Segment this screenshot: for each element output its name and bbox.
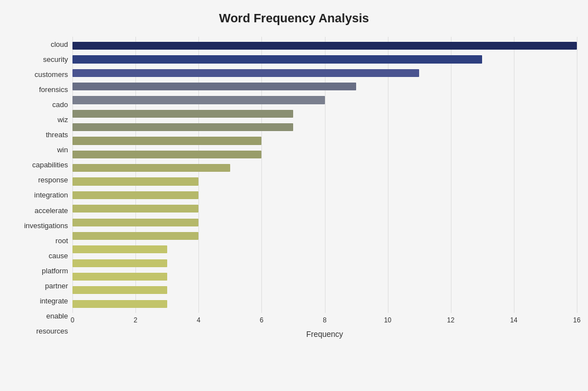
y-label-threats: threats bbox=[11, 127, 68, 142]
y-label-investigations: investigations bbox=[11, 218, 68, 233]
y-label-security: security bbox=[11, 52, 68, 67]
y-label-partner: partner bbox=[11, 278, 68, 293]
y-label-cloud: cloud bbox=[11, 37, 68, 52]
bar-row bbox=[72, 283, 577, 297]
y-label-cause: cause bbox=[11, 248, 68, 263]
bar-row bbox=[72, 189, 577, 202]
x-tick-8: 8 bbox=[323, 316, 327, 324]
bar-row bbox=[72, 243, 577, 256]
x-tick-14: 14 bbox=[510, 316, 517, 324]
y-label-resources: resources bbox=[11, 324, 68, 339]
bar-customers bbox=[72, 69, 419, 77]
x-tick-2: 2 bbox=[134, 316, 138, 324]
y-label-integration: integration bbox=[11, 187, 68, 202]
y-label-accelerate: accelerate bbox=[11, 203, 68, 218]
y-label-response: response bbox=[11, 172, 68, 187]
bar-capabilities bbox=[72, 151, 261, 158]
x-axis-title: Frequency bbox=[72, 330, 577, 339]
y-label-capabilities: capabilities bbox=[11, 157, 68, 172]
bar-root bbox=[72, 219, 198, 226]
y-axis: cloudsecuritycustomersforensicscadowizth… bbox=[11, 37, 72, 339]
bar-row bbox=[72, 107, 577, 120]
bar-partner bbox=[72, 259, 167, 267]
y-label-customers: customers bbox=[11, 67, 68, 82]
bar-row bbox=[72, 202, 577, 215]
y-label-platform: platform bbox=[11, 263, 68, 278]
chart-container: Word Frequency Analysis cloudsecuritycus… bbox=[0, 0, 588, 391]
y-label-cado: cado bbox=[11, 97, 68, 112]
y-label-wiz: wiz bbox=[11, 112, 68, 127]
chart-title: Word Frequency Analysis bbox=[11, 11, 577, 26]
bar-row bbox=[72, 175, 577, 188]
bar-security bbox=[72, 55, 482, 63]
bar-row bbox=[72, 66, 577, 80]
y-label-root: root bbox=[11, 233, 68, 248]
bar-row bbox=[72, 148, 577, 161]
bar-row bbox=[72, 270, 577, 283]
grid-and-bars bbox=[72, 37, 577, 313]
x-tick-0: 0 bbox=[71, 316, 75, 324]
bars-and-grid: 0246810121416 Frequency bbox=[72, 37, 577, 339]
bar-platform bbox=[72, 245, 167, 253]
x-tick-4: 4 bbox=[197, 316, 201, 324]
y-label-integrate: integrate bbox=[11, 293, 68, 308]
bar-resources bbox=[72, 300, 167, 308]
bar-row bbox=[72, 93, 577, 107]
x-tick-10: 10 bbox=[384, 316, 391, 324]
bar-row bbox=[72, 134, 577, 147]
x-axis: 0246810121416 bbox=[72, 316, 577, 327]
y-label-enable: enable bbox=[11, 308, 68, 324]
bar-win bbox=[72, 137, 261, 144]
grid-line bbox=[577, 37, 577, 313]
bar-row bbox=[72, 297, 577, 311]
chart-area: cloudsecuritycustomersforensicscadowizth… bbox=[11, 37, 577, 339]
bar-integrate bbox=[72, 273, 167, 281]
bar-accelerate bbox=[72, 191, 198, 199]
bar-investigations bbox=[72, 205, 198, 213]
bar-row bbox=[72, 52, 577, 66]
y-label-win: win bbox=[11, 142, 68, 157]
bar-cloud bbox=[72, 42, 577, 50]
bar-enable bbox=[72, 286, 167, 294]
bar-forensics bbox=[72, 83, 356, 90]
bar-row bbox=[72, 215, 577, 229]
x-tick-16: 16 bbox=[573, 316, 580, 324]
bar-row bbox=[72, 80, 577, 93]
bar-row bbox=[72, 39, 577, 52]
bar-row bbox=[72, 161, 577, 175]
bar-integration bbox=[72, 177, 198, 185]
bar-row bbox=[72, 120, 577, 134]
bars-wrapper bbox=[72, 37, 577, 313]
bar-wiz bbox=[72, 110, 293, 118]
y-label-forensics: forensics bbox=[11, 82, 68, 97]
bar-response bbox=[72, 164, 230, 172]
bar-cado bbox=[72, 96, 325, 104]
x-tick-12: 12 bbox=[447, 316, 454, 324]
bar-cause bbox=[72, 232, 198, 240]
bar-row bbox=[72, 257, 577, 270]
bar-threats bbox=[72, 123, 293, 131]
bar-row bbox=[72, 229, 577, 243]
x-tick-6: 6 bbox=[260, 316, 264, 324]
